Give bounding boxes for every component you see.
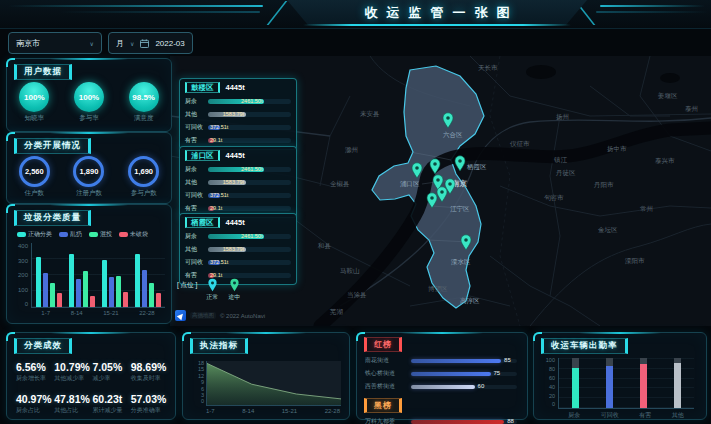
waste-bar: 1583.79t [208, 180, 291, 185]
y-tick: 0 [25, 301, 28, 307]
date-value: 2022-03 [155, 39, 184, 48]
stat-value: 40.97% [16, 393, 54, 405]
y-tick: 0 [552, 402, 555, 408]
map-place-label: 当涂县 [347, 291, 367, 299]
stat-value: 7.05% [93, 361, 131, 373]
legend-label: 正确分类 [28, 230, 52, 239]
user-gauge: 100%知晓率 [19, 82, 49, 123]
map-legend-item: 正常 [206, 278, 218, 302]
district-name: 浦口区 [185, 150, 220, 161]
gauge-value: 100% [74, 82, 104, 112]
bar-cap [572, 358, 579, 368]
waste-bar: 372.51t [208, 260, 291, 265]
bar-group [36, 257, 62, 307]
y-axis: 4003002001000 [13, 243, 31, 307]
waste-value: 372.51t [210, 260, 228, 266]
bar [135, 254, 140, 307]
map-container[interactable]: 天长市来安县滁州全椒县和县马鞍山当涂县芜湖博望区句容市金坛区溧阳市常州镇江丹徒区… [170, 56, 711, 326]
stat: 7.05%减少率 [93, 361, 131, 383]
stat-label: 厨余增长率 [16, 374, 54, 383]
waste-label: 其他 [185, 245, 208, 254]
map-place-label: 句容市 [544, 194, 564, 202]
stat: 60.23t累计减少量 [93, 393, 131, 415]
waste-bar: 372.51t [208, 193, 291, 198]
panel-waste-quality: 垃圾分类质量 正确分类乱扔混投未破袋 4003002001000 1-78-14… [6, 204, 172, 324]
chart-legend: 正确分类乱扔混投未破袋 [17, 230, 171, 239]
waste-value: 2461.50t [241, 99, 262, 105]
ring-value: 1,690 [128, 156, 159, 187]
rank-row: 万科九都荟88 [365, 417, 517, 424]
stat: 40.97%厨余占比 [16, 393, 54, 415]
bar [83, 271, 88, 307]
red-list-title: 红榜 [364, 337, 402, 352]
map-place-label: 丹徒区 [556, 169, 576, 177]
waste-bar: 2461.50t [208, 234, 291, 239]
waste-row: 其他1583.79t [185, 178, 291, 187]
rank-bar-fill [411, 420, 504, 424]
rank-label: 雨花街道 [365, 356, 411, 365]
waste-value: 1583.79t [223, 247, 244, 253]
map-place-label: 六合区 [443, 131, 463, 139]
waste-row: 厨余2461.50t [185, 97, 291, 106]
legend-item: 混投 [89, 230, 112, 239]
x-tick: 22-28 [139, 310, 154, 316]
city-select-value: 南京市 [16, 38, 40, 49]
pin-icon [207, 278, 218, 292]
pin-icon [229, 278, 240, 292]
panel-title: 垃圾分类质量 [14, 210, 91, 226]
effectiveness-stats: 6.56%厨余增长率10.79%其他减少率7.05%减少率98.69%收集及时率… [16, 361, 169, 415]
bar [142, 270, 147, 307]
bar-plot [558, 358, 694, 409]
map-legend-item: 途中 [228, 278, 240, 302]
panel-red-black-list: 红榜 雨花街道85铁心桥街道75西善桥街道60 黑榜 万科九都荟88天润山庄70… [356, 332, 528, 420]
waste-label: 其他 [185, 110, 208, 119]
map-place-label: 和县 [317, 242, 332, 249]
district-total: 4445t [226, 218, 245, 227]
bar [76, 279, 81, 307]
bar [36, 257, 41, 307]
waste-value: 372.51t [210, 193, 228, 199]
bar-fill [640, 364, 647, 408]
rank-bar: 60 [411, 385, 517, 389]
y-tick: 100 [546, 358, 555, 364]
map-place-label: 金坛区 [598, 226, 618, 233]
x-axis: 厨余可回收有害其他 [558, 411, 694, 420]
stat: 98.69%收集及时率 [131, 361, 169, 383]
waste-value: 372.51t [210, 125, 228, 131]
bar [57, 293, 62, 307]
map-place-label: 天长市 [478, 64, 498, 71]
map-place-label: 常州 [640, 205, 653, 212]
legend-chip [119, 232, 128, 237]
panel-title: 分类成效 [14, 338, 72, 354]
x-tick: 15-21 [282, 408, 297, 414]
gauge-label: 满意度 [134, 114, 154, 123]
bar [640, 358, 647, 408]
map-place-label: 芜湖 [329, 308, 344, 316]
map-place-label: 扬中市 [607, 145, 627, 153]
map-place-label: 仪征市 [510, 140, 530, 147]
black-list-title: 黑榜 [364, 398, 402, 413]
legend-chip [17, 232, 26, 237]
lake [660, 73, 680, 83]
period-select-value: 月 [116, 38, 124, 49]
waste-value: 29.1t [210, 138, 222, 144]
stat: 47.81%其他占比 [54, 393, 92, 415]
city-select[interactable]: 南京市 [8, 32, 102, 54]
waste-row: 厨余2461.50t [185, 165, 291, 174]
map-attribution: 高德地图 © 2022 AutoNavi [175, 310, 265, 321]
rank-label: 西善桥街道 [365, 382, 411, 391]
map-legend-label: 正常 [206, 293, 218, 302]
panel-vehicle-attendance: 收运车辆出勤率 100806040200 厨余可回收有害其他 [533, 332, 707, 420]
map-legend-label: 途中 [228, 293, 240, 302]
map-place-label: 溧阳市 [625, 257, 645, 265]
y-axis: 1815129630 [191, 361, 206, 405]
legend-chip [59, 232, 68, 237]
map-place-label: 滁州 [345, 146, 358, 154]
rank-bar-fill [411, 372, 491, 376]
stat: 6.56%厨余增长率 [16, 361, 54, 383]
date-picker[interactable]: 月 2022-03 [108, 32, 193, 54]
stat-value: 57.03% [131, 393, 169, 405]
filter-bar: 南京市 月 2022-03 [8, 32, 193, 54]
rank-value: 88 [507, 418, 514, 424]
stat-label: 收集及时率 [131, 374, 169, 383]
